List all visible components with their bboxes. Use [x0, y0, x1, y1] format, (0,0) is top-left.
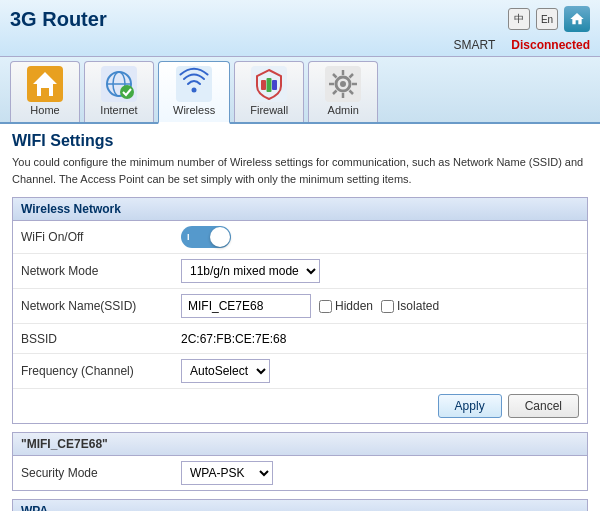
- router-title: 3G Router: [10, 8, 107, 31]
- toggle-knob: [210, 227, 230, 247]
- frequency-label: Frequency (Channel): [21, 364, 181, 378]
- tab-home-label: Home: [30, 104, 59, 116]
- hidden-label: Hidden: [335, 299, 373, 313]
- toggle-on-text: I: [187, 232, 190, 242]
- lang-cn-button[interactable]: 中: [508, 8, 530, 30]
- tab-internet[interactable]: Internet: [84, 61, 154, 122]
- svg-rect-11: [272, 80, 277, 90]
- admin-tab-icon: [325, 66, 361, 102]
- wifi-onoff-label: WiFi On/Off: [21, 230, 181, 244]
- firewall-icon: [251, 66, 287, 102]
- bssid-row: BSSID 2C:67:FB:CE:7E:68: [13, 324, 587, 354]
- isolated-checkbox[interactable]: [381, 300, 394, 313]
- nav-tabs: Home Internet Wireless: [0, 57, 600, 124]
- network-name-row: Network Name(SSID) Hidden Isolated: [13, 289, 587, 324]
- ssid-input[interactable]: [181, 294, 311, 318]
- svg-rect-10: [261, 80, 266, 90]
- admin-icon: [325, 66, 361, 102]
- wifi-onoff-value: I: [181, 226, 579, 248]
- action-buttons-row: Apply Cancel: [13, 389, 587, 423]
- tab-firewall[interactable]: Firewall: [234, 61, 304, 122]
- apply-button[interactable]: Apply: [438, 394, 502, 418]
- wireless-tab-icon: [176, 66, 212, 102]
- security-mode-row: Security Mode WPA-PSK WPA2-PSK WEP None: [13, 456, 587, 490]
- frequency-select[interactable]: AutoSelect 123 611: [181, 359, 270, 383]
- network-mode-label: Network Mode: [21, 264, 181, 278]
- lang-en-button[interactable]: En: [536, 8, 558, 30]
- wireless-icon: [176, 66, 212, 102]
- page-description: You could configure the minimum number o…: [12, 154, 588, 187]
- wpa-panel-header: WPA: [13, 500, 587, 511]
- tab-internet-label: Internet: [100, 104, 137, 116]
- home-tab-icon: [27, 66, 63, 102]
- frequency-row: Frequency (Channel) AutoSelect 123 611: [13, 354, 587, 389]
- security-mode-value: WPA-PSK WPA2-PSK WEP None: [181, 461, 579, 485]
- page-title: WIFI Settings: [12, 132, 588, 150]
- network-mode-value: 11b/g/n mixed mode 11b only 11g only 11n…: [181, 259, 579, 283]
- svg-point-8: [192, 88, 197, 93]
- header: 3G Router 中 En SMART Disconnected: [0, 0, 600, 57]
- firewall-tab-icon: [251, 66, 287, 102]
- isolated-label: Isolated: [397, 299, 439, 313]
- tab-firewall-label: Firewall: [250, 104, 288, 116]
- svg-point-15: [340, 81, 346, 87]
- network-mode-select[interactable]: 11b/g/n mixed mode 11b only 11g only 11n…: [181, 259, 320, 283]
- svg-rect-12: [267, 78, 272, 92]
- bssid-value: 2C:67:FB:CE:7E:68: [181, 332, 579, 346]
- bssid-text: 2C:67:FB:CE:7E:68: [181, 332, 286, 346]
- svg-rect-7: [176, 66, 212, 102]
- wpa-panel: WPA WPA Algorithms TKIP AES TKIP&AES Pas…: [12, 499, 588, 511]
- tab-home[interactable]: Home: [10, 61, 80, 122]
- status-bar: SMART Disconnected: [10, 36, 590, 56]
- wireless-network-header: Wireless Network: [13, 198, 587, 221]
- svg-point-6: [120, 85, 134, 99]
- network-mode-row: Network Mode 11b/g/n mixed mode 11b only…: [13, 254, 587, 289]
- network-name-label: Network Name(SSID): [21, 299, 181, 313]
- security-mode-label: Security Mode: [21, 466, 181, 480]
- wifi-toggle[interactable]: I: [181, 226, 231, 248]
- internet-icon: [101, 66, 137, 102]
- smart-label: SMART: [454, 38, 496, 52]
- ssid-panel: "MIFI_CE7E68" Security Mode WPA-PSK WPA2…: [12, 432, 588, 491]
- home-icon: [27, 66, 63, 102]
- tab-admin-label: Admin: [328, 104, 359, 116]
- home-top-button[interactable]: [564, 6, 590, 32]
- tab-wireless-label: Wireless: [173, 104, 215, 116]
- cancel-button[interactable]: Cancel: [508, 394, 579, 418]
- hidden-checkbox-label[interactable]: Hidden: [319, 299, 373, 313]
- home-top-icon: [569, 11, 585, 27]
- frequency-value: AutoSelect 123 611: [181, 359, 579, 383]
- bssid-label: BSSID: [21, 332, 181, 346]
- wireless-network-panel: Wireless Network WiFi On/Off I Network M…: [12, 197, 588, 424]
- tab-admin[interactable]: Admin: [308, 61, 378, 122]
- ssid-panel-header: "MIFI_CE7E68": [13, 433, 587, 456]
- tab-wireless[interactable]: Wireless: [158, 61, 230, 124]
- connection-status: Disconnected: [511, 38, 590, 52]
- main-content: WIFI Settings You could configure the mi…: [0, 124, 600, 511]
- security-mode-select[interactable]: WPA-PSK WPA2-PSK WEP None: [181, 461, 273, 485]
- wifi-onoff-row: WiFi On/Off I: [13, 221, 587, 254]
- header-icons: 中 En: [508, 6, 590, 32]
- internet-tab-icon: [101, 66, 137, 102]
- network-name-value: Hidden Isolated: [181, 294, 579, 318]
- hidden-checkbox[interactable]: [319, 300, 332, 313]
- isolated-checkbox-label[interactable]: Isolated: [381, 299, 439, 313]
